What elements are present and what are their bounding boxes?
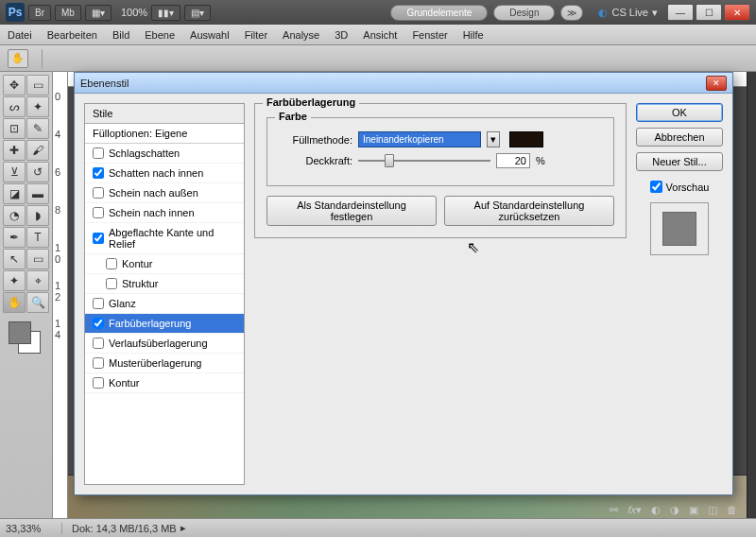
trash-icon[interactable]: 🗑: [727, 504, 737, 516]
camera-tool[interactable]: ⌖: [26, 270, 49, 291]
zoom-tool[interactable]: 🔍: [26, 292, 49, 313]
menu-hilfe[interactable]: Hilfe: [463, 29, 484, 41]
menu-analyse[interactable]: Analyse: [283, 29, 319, 41]
style-checkbox[interactable]: [106, 258, 117, 269]
workspace-more[interactable]: ≫: [560, 5, 583, 21]
menu-3d[interactable]: 3D: [335, 29, 348, 41]
style-item-3[interactable]: Schein nach innen: [85, 203, 244, 223]
new-style-button[interactable]: Neuer Stil...: [636, 152, 723, 171]
history-tool[interactable]: ↺: [26, 162, 49, 182]
close-button[interactable]: ✕: [724, 4, 750, 21]
style-item-2[interactable]: Schein nach außen: [85, 183, 244, 203]
fx-icon[interactable]: fx▾: [627, 504, 642, 516]
zoom-level[interactable]: 33,33%: [6, 523, 62, 534]
menu-ebene[interactable]: Ebene: [145, 29, 175, 41]
menu-ansicht[interactable]: Ansicht: [363, 29, 397, 41]
menu-filter[interactable]: Filter: [245, 29, 267, 41]
new-layer-icon[interactable]: ◫: [708, 504, 717, 516]
style-label: Schlagschatten: [109, 147, 180, 159]
style-checkbox[interactable]: [93, 233, 104, 244]
menu-bild[interactable]: Bild: [112, 29, 129, 41]
brush-tool[interactable]: 🖌: [26, 140, 49, 161]
minimize-button[interactable]: —: [667, 4, 694, 21]
style-checkbox[interactable]: [93, 338, 104, 349]
dialog-titlebar[interactable]: Ebenenstil ✕: [75, 73, 732, 94]
style-item-8[interactable]: Farbüberlagerung: [85, 314, 244, 334]
mask-icon[interactable]: ◐: [651, 504, 661, 516]
preview-checkbox[interactable]: [650, 181, 662, 193]
adjustment-icon[interactable]: ◑: [670, 504, 679, 516]
style-item-0[interactable]: Schlagschatten: [85, 144, 244, 164]
style-item-6[interactable]: Struktur: [85, 274, 244, 294]
shape-tool[interactable]: ▭: [26, 249, 49, 269]
blend-mode-select[interactable]: Ineinanderkopieren: [358, 131, 481, 147]
document-size[interactable]: Dok: 14,3 MB/16,3 MB: [72, 523, 177, 534]
styles-header[interactable]: Stile: [85, 104, 244, 124]
path-tool[interactable]: ↖: [3, 249, 26, 269]
style-item-4[interactable]: Abgeflachte Kante und Relief: [85, 223, 244, 254]
maximize-button[interactable]: ☐: [696, 4, 722, 21]
cancel-button[interactable]: Abbrechen: [636, 128, 723, 147]
reset-default-button[interactable]: Auf Standardeinstellung zurücksetzen: [444, 196, 614, 226]
menu-bearbeiten[interactable]: Bearbeiten: [47, 29, 97, 41]
hand-tool[interactable]: ✋: [3, 292, 26, 313]
minibridge-button[interactable]: Mb: [55, 5, 81, 21]
arrange-button[interactable]: ▦▾: [85, 5, 112, 21]
style-item-10[interactable]: Musterüberlagerung: [85, 354, 244, 373]
styles-subheader[interactable]: Fülloptionen: Eigene: [85, 124, 244, 144]
opacity-input[interactable]: 20: [496, 153, 530, 168]
heal-tool[interactable]: ✚: [3, 140, 26, 161]
dialog-close-button[interactable]: ✕: [706, 76, 727, 91]
workspace-design[interactable]: Design: [493, 5, 555, 21]
gradient-tool[interactable]: ▬: [26, 183, 49, 204]
screenmode-button[interactable]: ▮▮▾: [151, 5, 180, 21]
make-default-button[interactable]: Als Standardeinstellung festlegen: [266, 196, 437, 226]
style-item-5[interactable]: Kontur: [85, 254, 244, 274]
eyedropper-tool[interactable]: ✎: [26, 118, 49, 139]
bridge-button[interactable]: Br: [28, 5, 51, 21]
style-checkbox[interactable]: [106, 278, 117, 289]
style-checkbox[interactable]: [93, 167, 104, 179]
link-icon[interactable]: ⚯: [610, 504, 618, 516]
stamp-tool[interactable]: ⊻: [3, 162, 26, 182]
blur-tool[interactable]: ◔: [3, 205, 26, 226]
move-tool[interactable]: ✥: [3, 75, 26, 95]
style-checkbox[interactable]: [93, 187, 104, 199]
menu-datei[interactable]: Datei: [8, 29, 32, 41]
crop-tool[interactable]: ⊡: [3, 118, 26, 139]
ok-button[interactable]: OK: [636, 103, 723, 122]
menu-auswahl[interactable]: Auswahl: [190, 29, 230, 41]
hand-tool-icon[interactable]: ✋: [8, 49, 28, 68]
style-checkbox[interactable]: [93, 357, 104, 369]
style-item-7[interactable]: Glanz: [85, 294, 244, 314]
overlay-color-chip[interactable]: [509, 131, 543, 147]
style-checkbox[interactable]: [93, 298, 104, 309]
extras-button[interactable]: ▤▾: [184, 5, 211, 21]
style-checkbox[interactable]: [93, 147, 104, 159]
blend-mode-dropdown[interactable]: ▾: [487, 131, 500, 147]
color-swatches[interactable]: [9, 321, 43, 355]
style-item-1[interactable]: Schatten nach innen: [85, 164, 244, 183]
zoom-indicator[interactable]: 100%: [121, 7, 147, 18]
style-item-9[interactable]: Verlaufsüberlagerung: [85, 334, 244, 354]
panel-dock[interactable]: [747, 72, 756, 518]
folder-icon[interactable]: ▣: [689, 504, 698, 516]
style-label: Glanz: [109, 298, 136, 309]
dodge-tool[interactable]: ◗: [26, 205, 49, 226]
3d-tool[interactable]: ✦: [3, 270, 26, 291]
style-checkbox[interactable]: [93, 207, 104, 218]
style-checkbox[interactable]: [93, 318, 104, 329]
pen-tool[interactable]: ✒: [3, 227, 26, 248]
wand-tool[interactable]: ✦: [26, 96, 49, 117]
type-tool[interactable]: T: [26, 227, 49, 248]
style-item-11[interactable]: Kontur: [85, 373, 244, 393]
lasso-tool[interactable]: ᔕ: [3, 96, 26, 117]
foreground-swatch[interactable]: [9, 321, 31, 344]
style-checkbox[interactable]: [93, 377, 104, 389]
opacity-slider[interactable]: [358, 153, 490, 168]
workspace-grundelemente[interactable]: Grundelemente: [390, 5, 488, 21]
eraser-tool[interactable]: ◪: [3, 183, 26, 204]
cslive-button[interactable]: ◐CS Live ▾: [598, 7, 658, 19]
marquee-tool[interactable]: ▭: [26, 75, 49, 95]
menu-fenster[interactable]: Fenster: [412, 29, 447, 41]
